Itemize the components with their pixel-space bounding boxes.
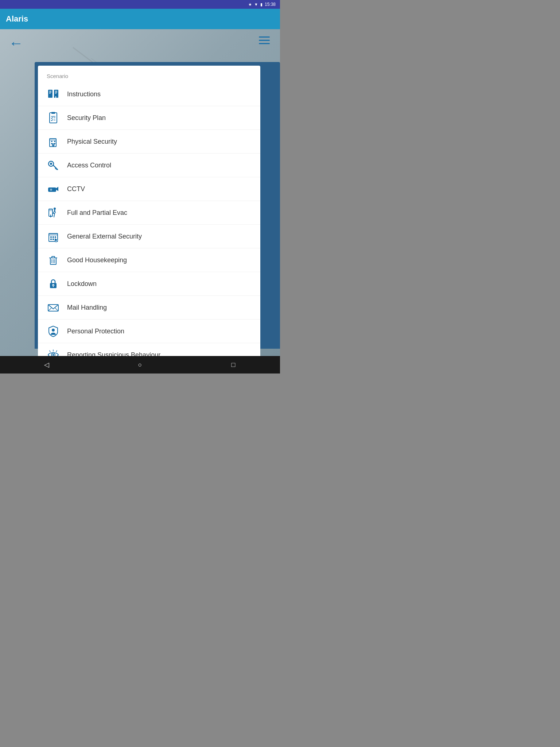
books-icon [47, 88, 60, 101]
svg-rect-7 [49, 93, 51, 94]
menu-item-personal-protection[interactable]: Personal Protection [38, 320, 260, 343]
menu-label-instructions: Instructions [67, 90, 101, 98]
status-time: 15:38 [265, 2, 276, 7]
svg-point-64 [52, 354, 54, 356]
svg-line-67 [56, 351, 57, 352]
padlock-icon: 0 [47, 277, 60, 290]
camera-icon [47, 182, 60, 196]
hamburger-line-2 [259, 40, 270, 41]
bluetooth-icon: ★ [248, 2, 252, 7]
svg-rect-9 [55, 91, 57, 92]
hamburger-line-3 [259, 43, 270, 44]
nav-recent-button[interactable]: □ [225, 356, 242, 374]
menu-item-good-housekeeping[interactable]: Good Housekeeping [38, 248, 260, 272]
nav-back-button[interactable]: ◁ [38, 356, 55, 374]
menu-list: Instructions Security Plan [38, 82, 260, 367]
hamburger-menu-button[interactable] [259, 36, 270, 44]
menu-item-lockdown[interactable]: 0 Lockdown [38, 272, 260, 296]
menu-label-cctv: CCTV [67, 185, 85, 193]
svg-line-60 [48, 308, 51, 311]
svg-rect-41 [49, 233, 58, 236]
svg-point-62 [52, 329, 55, 332]
menu-label-good-housekeeping: Good Housekeeping [67, 256, 127, 264]
wifi-icon: ▼ [254, 2, 258, 7]
svg-rect-21 [51, 141, 52, 142]
svg-line-65 [50, 351, 50, 352]
menu-item-mail-handling[interactable]: Mail Handling [38, 296, 260, 320]
menu-label-access-control: Access Control [67, 162, 111, 169]
dialog-section-label: Scenario [47, 73, 68, 79]
menu-label-general-external-security: General External Security [67, 233, 142, 240]
svg-rect-20 [50, 139, 56, 141]
svg-rect-11 [55, 93, 57, 94]
menu-item-full-partial-evac[interactable]: Full and Partial Evac [38, 201, 260, 225]
building-lock-icon [47, 135, 60, 148]
svg-point-36 [54, 208, 56, 210]
checklist-icon [47, 111, 60, 124]
menu-label-security-plan: Security Plan [67, 114, 106, 122]
app-title: Alaris [6, 14, 28, 24]
menu-label-personal-protection: Personal Protection [67, 328, 124, 335]
menu-label-lockdown: Lockdown [67, 280, 97, 288]
menu-label-full-partial-evac: Full and Partial Evac [67, 209, 127, 217]
hamburger-line-1 [259, 36, 270, 38]
trash-icon [47, 253, 60, 267]
app-bar: Alaris [0, 9, 280, 29]
status-icons: ★ ▼ ▮ 15:38 [248, 2, 276, 7]
svg-rect-46 [52, 239, 54, 240]
svg-point-29 [50, 163, 52, 165]
menu-item-security-plan[interactable]: Security Plan [38, 106, 260, 130]
svg-point-35 [50, 189, 52, 191]
menu-item-physical-security[interactable]: Physical Security [38, 130, 260, 154]
nav-back-icon: ◁ [44, 361, 49, 369]
battery-icon: ▮ [260, 2, 262, 7]
svg-rect-6 [49, 92, 51, 93]
svg-marker-13 [55, 98, 57, 99]
menu-item-general-external-security[interactable]: General External Security [38, 225, 260, 248]
svg-rect-42 [50, 236, 52, 238]
svg-rect-15 [51, 112, 55, 114]
shield-person-icon [47, 325, 60, 338]
svg-rect-12 [55, 96, 56, 98]
svg-rect-5 [49, 91, 51, 92]
scenario-dialog: Scenario Instructions [38, 66, 260, 374]
nav-home-icon: ○ [138, 361, 142, 369]
dialog-header: Scenario [38, 66, 260, 82]
android-nav-bar: ◁ ○ □ [0, 356, 280, 374]
svg-rect-39 [49, 209, 52, 211]
svg-rect-14 [50, 113, 57, 123]
back-arrow-icon: ← [9, 35, 23, 51]
menu-item-instructions[interactable]: Instructions [38, 82, 260, 106]
svg-rect-43 [52, 236, 54, 238]
svg-rect-51 [52, 256, 55, 258]
menu-item-cctv[interactable]: CCTV [38, 177, 260, 201]
svg-marker-34 [56, 187, 58, 191]
svg-rect-22 [54, 141, 55, 142]
status-bar: ★ ▼ ▮ 15:38 [0, 0, 280, 9]
menu-label-mail-handling: Mail Handling [67, 304, 107, 311]
key-icon [47, 159, 60, 172]
menu-label-physical-security: Physical Security [67, 138, 117, 146]
menu-item-access-control[interactable]: Access Control [38, 154, 260, 177]
building-icon [47, 230, 60, 243]
back-button[interactable]: ← [9, 35, 23, 51]
svg-rect-10 [55, 92, 57, 93]
svg-rect-27 [53, 144, 54, 145]
svg-line-61 [55, 308, 58, 311]
envelope-icon [47, 301, 60, 314]
nav-home-button[interactable]: ○ [131, 356, 149, 374]
evacuation-icon [47, 206, 60, 219]
nav-recent-icon: □ [232, 361, 236, 369]
svg-rect-45 [50, 239, 52, 240]
svg-rect-44 [55, 236, 56, 238]
